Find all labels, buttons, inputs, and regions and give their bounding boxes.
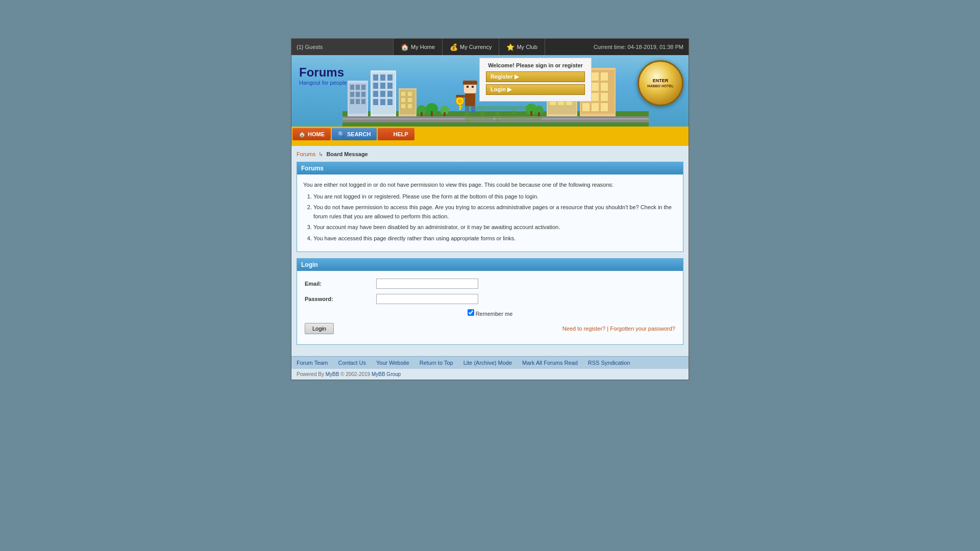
home-icon: 🏠 bbox=[401, 43, 409, 51]
help-nav-icon: ❓ bbox=[384, 131, 391, 138]
forums-section-header: Forums bbox=[297, 162, 683, 174]
svg-rect-68 bbox=[538, 112, 540, 116]
svg-rect-34 bbox=[401, 104, 405, 108]
breadcrumb-forums-link[interactable]: Forums bbox=[297, 151, 315, 157]
forums-section: Forums You are either not logged in or d… bbox=[297, 162, 683, 252]
svg-rect-13 bbox=[361, 99, 365, 104]
email-input[interactable] bbox=[376, 279, 478, 289]
login-header-button[interactable]: Login ▶ bbox=[486, 84, 585, 95]
reasons-list: You are not logged in or registered. Ple… bbox=[313, 192, 677, 243]
svg-rect-73 bbox=[463, 81, 477, 85]
login-section-header: Login bbox=[297, 259, 683, 271]
svg-rect-87 bbox=[496, 111, 500, 121]
footer-link-rss-syndication[interactable]: RSS Syndication bbox=[588, 360, 630, 366]
mybb-group-link[interactable]: MyBB Group bbox=[372, 371, 401, 377]
svg-rect-39 bbox=[431, 111, 433, 116]
my-currency-link[interactable]: 💰 My Currency bbox=[443, 39, 499, 55]
svg-rect-30 bbox=[401, 92, 405, 96]
header-left: Forums Hangout for people bbox=[291, 55, 355, 96]
forum-subtitle: Hangout for people bbox=[299, 80, 347, 86]
welcome-box: Welcome! Please sign in or register Regi… bbox=[479, 58, 592, 102]
login-body: Email: Password: Remember me Login Need … bbox=[297, 271, 683, 344]
svg-rect-23 bbox=[380, 91, 385, 97]
remember-checkbox[interactable] bbox=[468, 309, 474, 316]
footer-link-forum-team[interactable]: Forum Team bbox=[297, 360, 328, 366]
svg-rect-33 bbox=[408, 98, 412, 102]
svg-rect-22 bbox=[373, 91, 378, 97]
svg-rect-57 bbox=[601, 72, 608, 81]
home-nav-button[interactable]: 🏠 HOME bbox=[292, 128, 331, 140]
svg-rect-26 bbox=[380, 99, 385, 105]
login-submit-button[interactable]: Login bbox=[305, 323, 334, 334]
forum-title: Forums bbox=[299, 65, 347, 80]
svg-rect-37 bbox=[421, 112, 423, 116]
login-section: Login Email: Password: Remember me Login bbox=[297, 258, 683, 345]
svg-rect-86 bbox=[480, 106, 484, 116]
powered-by-text: Powered By bbox=[297, 371, 324, 377]
svg-rect-6 bbox=[356, 85, 360, 90]
svg-rect-63 bbox=[601, 93, 608, 101]
svg-rect-7 bbox=[361, 85, 365, 90]
svg-rect-21 bbox=[387, 83, 393, 89]
header-banner: Forums Hangout for people Welcome! Pleas… bbox=[291, 55, 689, 127]
guests-label: {1} Guests bbox=[297, 44, 323, 50]
reason-item: You do not have permission to access thi… bbox=[313, 203, 677, 221]
mybb-link[interactable]: MyBB bbox=[326, 371, 339, 377]
help-nav-button[interactable]: ❓ HELP bbox=[378, 128, 414, 140]
nav-links: 🏠 My Home 💰 My Currency ⭐ My Club bbox=[394, 39, 594, 55]
welcome-title: Welcome! Please sign in or register bbox=[486, 62, 585, 68]
svg-rect-60 bbox=[601, 83, 608, 91]
search-nav-button[interactable]: 🔍 SEARCH bbox=[332, 128, 377, 140]
svg-rect-84 bbox=[465, 106, 542, 110]
page-wrapper: {1} Guests 🏠 My Home 💰 My Currency ⭐ My … bbox=[291, 38, 689, 380]
svg-rect-83 bbox=[456, 95, 465, 97]
remember-row: Remember me bbox=[305, 309, 675, 317]
my-home-link[interactable]: 🏠 My Home bbox=[394, 39, 443, 55]
svg-rect-20 bbox=[380, 83, 385, 89]
footer-link-mark-all-forums-read[interactable]: Mark All Forums Read bbox=[522, 360, 578, 366]
main-content: Forums ↳ Board Message Forums You are ei… bbox=[291, 146, 689, 356]
need-register-link[interactable]: Need to register? bbox=[562, 325, 605, 332]
password-input[interactable] bbox=[376, 294, 478, 304]
footer-link-your-website[interactable]: Your Website bbox=[376, 360, 409, 366]
home-nav-icon: 🏠 bbox=[299, 131, 306, 138]
footer-link-return-to-top[interactable]: Return to Top bbox=[420, 360, 453, 366]
forums-section-body: You are either not logged in or do not h… bbox=[297, 174, 683, 252]
my-club-link[interactable]: ⭐ My Club bbox=[499, 39, 545, 55]
footer: Forum Team Contact Us Your Website Retur… bbox=[291, 356, 689, 369]
svg-rect-18 bbox=[387, 74, 393, 81]
register-button[interactable]: Register ▶ bbox=[486, 71, 585, 82]
copyright: © 2002-2019 bbox=[340, 371, 372, 377]
svg-rect-27 bbox=[387, 99, 393, 105]
password-label: Password: bbox=[305, 296, 376, 302]
hotel-badge[interactable]: enter HABBO HOTEL bbox=[638, 60, 683, 106]
svg-rect-19 bbox=[373, 83, 378, 89]
svg-rect-89 bbox=[465, 116, 493, 120]
powered-by: Powered By MyBB © 2002-2019 MyBB Group bbox=[291, 369, 689, 380]
svg-rect-24 bbox=[387, 91, 393, 97]
club-icon: ⭐ bbox=[506, 43, 514, 51]
footer-link-lite-(archive)-mode[interactable]: Lite (Archive) Mode bbox=[463, 360, 512, 366]
svg-rect-32 bbox=[401, 98, 405, 102]
svg-rect-25 bbox=[373, 99, 378, 105]
breadcrumb-current: Board Message bbox=[326, 151, 368, 157]
svg-rect-90 bbox=[501, 116, 542, 120]
svg-rect-56 bbox=[592, 72, 599, 81]
forums-message: You are either not logged in or do not h… bbox=[303, 181, 677, 190]
forgotten-password-link[interactable]: Forgotten your password? bbox=[610, 325, 675, 332]
search-nav-icon: 🔍 bbox=[338, 131, 345, 138]
reason-item: You are not logged in or registered. Ple… bbox=[313, 192, 677, 202]
svg-rect-9 bbox=[356, 92, 360, 97]
breadcrumb-arrow: ↳ bbox=[318, 151, 325, 157]
footer-link-contact-us[interactable]: Contact Us bbox=[338, 360, 366, 366]
svg-rect-12 bbox=[356, 99, 360, 104]
svg-rect-66 bbox=[601, 103, 608, 111]
svg-rect-62 bbox=[592, 93, 599, 101]
guests-section: {1} Guests bbox=[291, 39, 394, 55]
svg-rect-81 bbox=[459, 106, 462, 107]
svg-rect-11 bbox=[350, 99, 354, 104]
svg-rect-82 bbox=[459, 108, 461, 109]
svg-rect-64 bbox=[582, 103, 590, 111]
email-label: Email: bbox=[305, 281, 376, 287]
reason-item: Your account may have been disabled by a… bbox=[313, 223, 677, 232]
